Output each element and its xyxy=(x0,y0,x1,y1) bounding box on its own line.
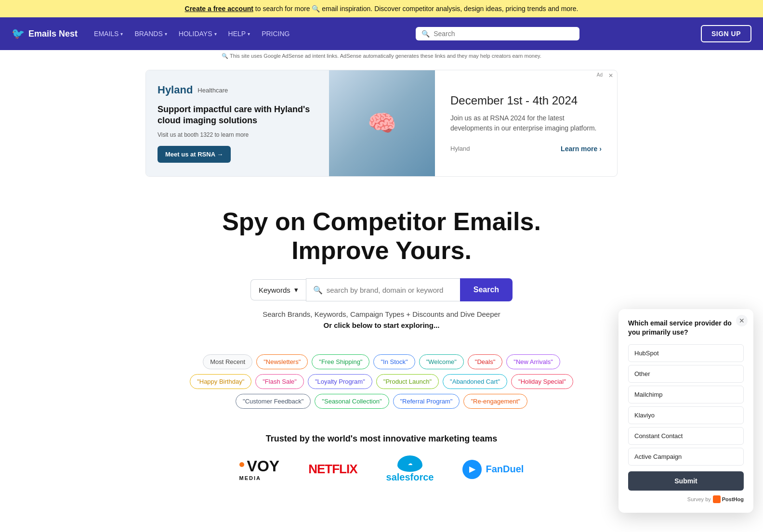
tag-holiday-special[interactable]: "Holiday Special" xyxy=(511,374,573,389)
ad-brand: Hyland xyxy=(450,145,470,152)
chevron-icon: ▾ xyxy=(165,31,167,37)
tag-product-launch[interactable]: "Product Launch" xyxy=(376,374,439,389)
tags-row-2: "Happy Birthday" "Flash Sale" "Loyalty P… xyxy=(190,374,573,389)
tag-deals[interactable]: "Deals" xyxy=(468,354,502,369)
logo-voy-media: VOY MEDIA xyxy=(239,457,280,481)
salesforce-cloud-icon: ☁ xyxy=(397,455,422,472)
nav-search-icon: 🔍 xyxy=(421,30,430,38)
survey-option-constant-contact[interactable]: Constant Contact xyxy=(628,427,744,445)
navbar: 🐦 Emails Nest EMAILS ▾ BRANDS ▾ HOLIDAYS… xyxy=(0,17,763,50)
hero-headline: Spy on Competitor Emails. Improve Yours. xyxy=(174,208,589,265)
survey-option-active-campaign[interactable]: Active Campaign xyxy=(628,448,744,466)
ad-cta-button[interactable]: Meet us at RSNA → xyxy=(158,146,231,163)
logo-salesforce: ☁ salesforce xyxy=(386,455,434,483)
tag-referral-program[interactable]: "Referral Program" xyxy=(393,394,460,409)
nav-links: EMAILS ▾ BRANDS ▾ HOLIDAYS ▾ HELP ▾ PRIC… xyxy=(89,26,294,41)
chevron-icon: ▾ xyxy=(120,31,123,37)
nav-search-box[interactable]: 🔍 xyxy=(416,27,579,40)
tag-abandoned-cart[interactable]: "Abandoned Cart" xyxy=(443,374,507,389)
ad-logo-area: Hyland Healthcare xyxy=(158,84,317,96)
ad-left-panel: Hyland Healthcare Support impactful care… xyxy=(146,70,329,176)
top-banner: Create a free account to search for more… xyxy=(0,0,763,17)
tag-re-engagement[interactable]: "Re-engagement" xyxy=(463,394,527,409)
survey-question: Which email service provider do you prim… xyxy=(628,319,744,337)
nav-logo[interactable]: 🐦 Emails Nest xyxy=(12,27,78,40)
ad-sub: Visit us at booth 1322 to learn more xyxy=(158,131,317,138)
signup-button[interactable]: SIGN UP xyxy=(701,25,751,42)
ad-desc: Join us as at RSNA 2024 for the latest d… xyxy=(450,113,602,133)
trusted-section: Trusted by the world's most innovative m… xyxy=(141,424,622,493)
hero-search-form: Keywords ▾ 🔍 Search xyxy=(174,278,589,301)
tag-seasonal-collection[interactable]: "Seasonal Collection" xyxy=(315,394,389,409)
chevron-icon: ▾ xyxy=(214,31,217,37)
ad-learn-more-link[interactable]: Learn more › xyxy=(561,145,602,153)
banner-link[interactable]: Create a free account xyxy=(185,5,253,13)
hero-keyword-dropdown[interactable]: Keywords ▾ xyxy=(250,279,306,300)
hero-search-icon: 🔍 xyxy=(313,285,323,295)
hero-desc: Search Brands, Keywords, Campaign Types … xyxy=(174,310,589,318)
ad-banner: Ad ✕ Hyland Healthcare Support impactful… xyxy=(145,70,618,177)
ad-headline: Support impactful care with Hyland's clo… xyxy=(158,104,317,127)
survey-option-other[interactable]: Other xyxy=(628,365,744,383)
nav-holidays[interactable]: HOLIDAYS ▾ xyxy=(174,26,222,41)
logo-fanduel: ▶ FanDuel xyxy=(462,460,524,479)
survey-modal: ✕ Which email service provider do you pr… xyxy=(618,309,753,493)
ad-logo-text: Hyland xyxy=(158,84,193,96)
survey-option-hubspot[interactable]: HubSpot xyxy=(628,344,744,362)
ad-date: December 1st - 4th 2024 xyxy=(450,94,602,107)
tag-happy-birthday[interactable]: "Happy Birthday" xyxy=(190,374,251,389)
banner-text-post: to search for more 🔍 email inspiration. … xyxy=(255,5,579,13)
tag-customer-feedback[interactable]: "Customer Feedback" xyxy=(236,394,311,409)
ad-badge: Ad xyxy=(597,72,603,78)
ad-close-icon[interactable]: ✕ xyxy=(608,72,613,79)
ad-right-panel: December 1st - 4th 2024 Join us as at RS… xyxy=(435,70,617,176)
tag-newsletters[interactable]: "Newsletters" xyxy=(256,354,308,369)
hero-search-input-wrap: 🔍 xyxy=(306,278,460,301)
voy-dot-icon xyxy=(239,462,244,467)
tags-row-3: "Customer Feedback" "Seasonal Collection… xyxy=(236,394,527,409)
tag-in-stock[interactable]: "In Stock" xyxy=(373,354,415,369)
logos-row: VOY MEDIA NETFLIX ☁ salesforce ▶ FanDuel xyxy=(150,455,613,483)
hero-desc2: Or click below to start exploring... xyxy=(174,321,589,329)
survey-close-button[interactable]: ✕ xyxy=(736,315,748,326)
ad-image: 🧠 xyxy=(329,70,435,176)
ad-image-placeholder: 🧠 xyxy=(329,70,435,176)
tag-new-arrivals[interactable]: "New Arrivals" xyxy=(506,354,560,369)
survey-submit-button[interactable]: Submit xyxy=(628,471,744,491)
nav-help[interactable]: HELP ▾ xyxy=(224,26,255,41)
hero-search-button[interactable]: Search xyxy=(460,278,513,301)
tag-loyalty-program[interactable]: "Loyalty Program" xyxy=(308,374,372,389)
hero-search-input[interactable] xyxy=(327,286,453,294)
survey-option-klaviyo[interactable]: Klaviyo xyxy=(628,406,744,424)
logo-netflix: NETFLIX xyxy=(308,462,357,477)
logo-text: Emails Nest xyxy=(28,29,78,39)
nav-search-area: 🔍 xyxy=(306,27,689,40)
nav-search-input[interactable] xyxy=(434,30,574,38)
tags-row-1: Most Recent "Newsletters" "Free Shipping… xyxy=(203,354,560,369)
ad-logo-sub: Healthcare xyxy=(197,87,228,94)
tag-most-recent[interactable]: Most Recent xyxy=(203,354,252,369)
hero-section: Spy on Competitor Emails. Improve Yours.… xyxy=(165,184,598,355)
tag-free-shipping[interactable]: "Free Shipping" xyxy=(312,354,369,369)
survey-option-mailchimp[interactable]: Mailchimp xyxy=(628,386,744,403)
nav-emails[interactable]: EMAILS ▾ xyxy=(89,26,128,41)
chevron-icon: ▾ xyxy=(248,31,250,37)
logo-icon: 🐦 xyxy=(12,27,25,40)
tag-welcome[interactable]: "Welcome" xyxy=(419,354,464,369)
ad-footer: Hyland Learn more › xyxy=(450,145,602,153)
adsense-notice: 🔍 This site uses Google AdSense ad inten… xyxy=(0,50,763,62)
dropdown-chevron-icon: ▾ xyxy=(294,285,298,294)
nav-brands[interactable]: BRANDS ▾ xyxy=(130,26,171,41)
nav-pricing[interactable]: PRICING xyxy=(257,26,294,41)
fanduel-icon: ▶ xyxy=(462,460,482,479)
trusted-title: Trusted by the world's most innovative m… xyxy=(150,434,613,444)
tag-flash-sale[interactable]: "Flash Sale" xyxy=(255,374,304,389)
